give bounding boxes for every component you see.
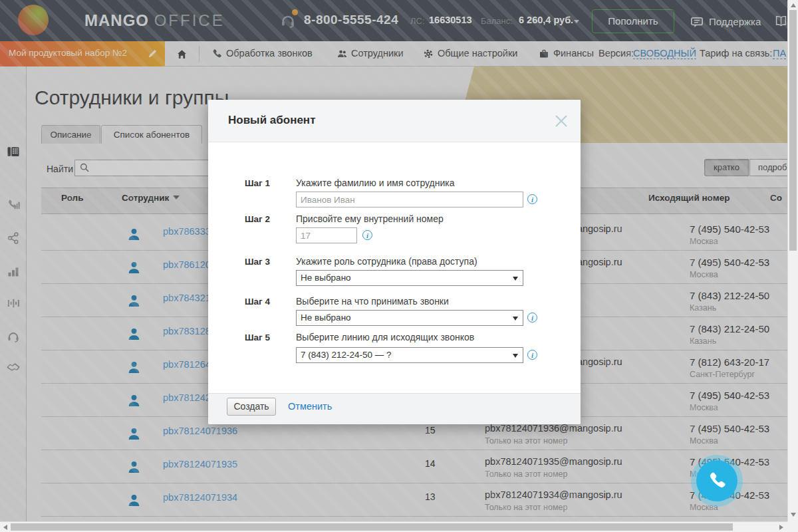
scroll-down-icon[interactable]	[791, 513, 796, 517]
step5-text: Выберите линию для исходящих звонков	[296, 332, 474, 342]
step3-label: Шаг 3	[245, 257, 285, 267]
employee-name-input[interactable]	[296, 192, 523, 207]
call-fab[interactable]	[691, 455, 743, 507]
outgoing-line-select[interactable]: 7 (843) 212-24-50 — ?	[296, 347, 523, 363]
horizontal-scrollbar-thumb[interactable]	[11, 523, 733, 531]
vertical-scrollbar-thumb[interactable]	[789, 10, 797, 251]
app-window: MANGO OFFICE 8-800-5555-424 ЛС: 16630513…	[0, 0, 798, 532]
role-select[interactable]: Не выбрано	[296, 270, 523, 286]
step4-label: Шаг 4	[245, 297, 285, 307]
step2-text: Присвойте ему внутренний номер	[296, 213, 444, 224]
modal-title: Новый абонент	[228, 114, 315, 127]
step3-text: Укажите роль сотрудника (права доступа)	[296, 256, 477, 267]
scroll-right-icon[interactable]	[779, 525, 783, 530]
outgoing-line-select-value: 7 (843) 212-24-50 — ?	[301, 350, 392, 360]
phone-icon	[707, 471, 727, 491]
chevron-down-icon	[513, 277, 518, 281]
info-icon[interactable]: i	[527, 194, 537, 204]
info-icon[interactable]: i	[527, 313, 537, 323]
receive-calls-select[interactable]: Не выбрано	[296, 310, 523, 326]
scroll-left-icon[interactable]	[3, 525, 7, 530]
step2-label: Шаг 2	[245, 214, 285, 224]
chevron-down-icon	[513, 317, 518, 321]
create-button[interactable]: Создать	[227, 398, 276, 416]
modal-footer: Создать Отменить	[208, 393, 581, 424]
scroll-up-icon[interactable]	[791, 3, 796, 7]
cancel-link[interactable]: Отменить	[288, 401, 332, 412]
new-subscriber-modal: Новый абонент Шаг 1 Укажите фамилию и им…	[208, 100, 581, 424]
info-icon[interactable]: i	[362, 230, 372, 240]
step1-label: Шаг 1	[245, 178, 285, 188]
close-icon[interactable]	[554, 114, 569, 128]
info-icon[interactable]: i	[527, 350, 537, 360]
receive-calls-select-value: Не выбрано	[301, 313, 351, 323]
internal-number-input[interactable]	[296, 227, 357, 243]
modal-header: Новый абонент	[208, 100, 581, 142]
chevron-down-icon	[513, 354, 518, 358]
step4-text: Выберите на что принимать звонки	[296, 296, 449, 307]
role-select-value: Не выбрано	[301, 273, 351, 283]
step5-label: Шаг 5	[245, 332, 285, 342]
scrollbar-corner	[787, 521, 798, 532]
step1-text: Укажите фамилию и имя сотрудника	[296, 178, 455, 188]
vertical-scrollbar[interactable]	[787, 0, 798, 521]
horizontal-scrollbar[interactable]	[0, 521, 787, 532]
